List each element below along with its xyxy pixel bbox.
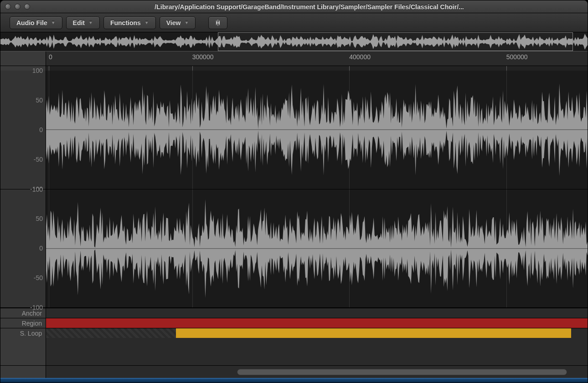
amplitude-label: -100 (30, 304, 43, 311)
amplitude-label: 100 (32, 186, 43, 193)
overview-selection[interactable] (218, 32, 573, 51)
time-ruler[interactable]: 0300000400000500000 (0, 51, 588, 66)
ruler-tick: 500000 (506, 53, 528, 61)
footer-label: S. Loop (0, 328, 46, 338)
scroll-thumb[interactable] (237, 369, 567, 375)
waveform-channel-1[interactable] (46, 71, 588, 189)
chevron-down-icon: ▼ (184, 20, 189, 25)
waveform-overview[interactable] (0, 32, 588, 51)
footer-row-anchor[interactable]: Anchor (0, 308, 588, 318)
horizontal-scrollbar[interactable] (0, 365, 588, 378)
menu-audio-file[interactable]: Audio File▼ (10, 16, 62, 29)
chevron-down-icon: ▼ (144, 20, 149, 25)
loop-bar[interactable] (176, 328, 571, 338)
menu-edit[interactable]: Edit▼ (66, 16, 100, 29)
footer-tracks: AnchorRegionS. Loop (0, 308, 588, 338)
footer-row-region[interactable]: Region (0, 318, 588, 328)
window-controls (5, 4, 30, 10)
empty-track-area (0, 338, 588, 365)
titlebar[interactable]: /Library/Application Support/GarageBand/… (0, 0, 588, 13)
amplitude-label: -50 (34, 156, 43, 163)
zoom-button[interactable] (24, 4, 30, 10)
svg-rect-0 (218, 20, 218, 26)
ruler-tick: 300000 (192, 53, 214, 61)
time-ruler-minor (0, 66, 588, 71)
toolbar: Audio File▼ Edit▼ Functions▼ View▼ (0, 13, 588, 32)
sample-editor-window: /Library/Application Support/GarageBand/… (0, 0, 588, 383)
footer-label: Region (0, 318, 46, 328)
amplitude-label: 50 (36, 215, 43, 222)
amplitude-axis: 100500-50-100100500-50-100 (0, 71, 46, 308)
ruler-gutter (0, 51, 46, 66)
region-bar[interactable] (46, 318, 588, 328)
waveform-area: 100500-50-100100500-50-100 (0, 71, 588, 308)
ruler-tick: 400000 (349, 53, 371, 61)
chevron-down-icon: ▼ (51, 20, 56, 25)
amplitude-label: 50 (36, 97, 43, 104)
amplitude-label: 0 (39, 126, 43, 133)
window-title: /Library/Application Support/GarageBand/… (36, 3, 583, 10)
chevron-down-icon: ▼ (88, 20, 93, 25)
close-button[interactable] (5, 4, 11, 10)
menu-functions[interactable]: Functions▼ (103, 16, 156, 29)
amplitude-label: 0 (39, 245, 43, 252)
amplitude-label: -50 (34, 274, 43, 281)
playhead-center-icon (213, 19, 222, 26)
ruler-tick: 0 (49, 53, 52, 61)
minimize-button[interactable] (15, 4, 21, 10)
amplitude-label: 100 (32, 67, 43, 74)
waveform-display[interactable] (46, 71, 588, 308)
menu-view[interactable]: View▼ (160, 16, 196, 29)
window-resize-border[interactable] (0, 378, 588, 383)
playhead-catch-button[interactable] (208, 16, 227, 29)
editor-content: 0300000400000500000 100500-50-100100500-… (0, 51, 588, 378)
waveform-channel-2[interactable] (46, 189, 588, 308)
footer-row-loop[interactable]: S. Loop (0, 328, 588, 338)
